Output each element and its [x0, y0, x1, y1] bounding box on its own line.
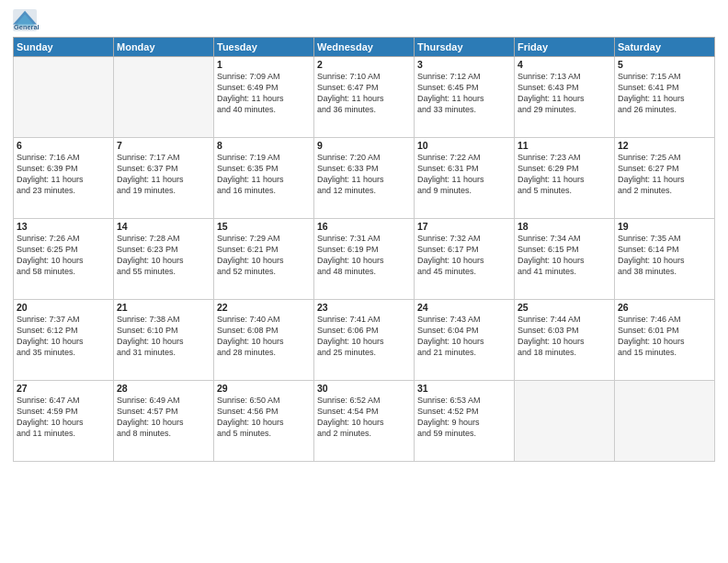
day-number: 21 — [117, 302, 210, 313]
day-number: 6 — [17, 140, 110, 151]
calendar-cell: 27Sunrise: 6:47 AM Sunset: 4:59 PM Dayli… — [14, 381, 114, 462]
day-info: Sunrise: 7:37 AM Sunset: 6:12 PM Dayligh… — [17, 314, 110, 359]
calendar-cell: 20Sunrise: 7:37 AM Sunset: 6:12 PM Dayli… — [14, 300, 114, 381]
day-info: Sunrise: 7:34 AM Sunset: 6:15 PM Dayligh… — [518, 233, 611, 278]
day-number: 1 — [217, 59, 311, 70]
day-number: 3 — [417, 59, 511, 70]
calendar-cell — [114, 57, 214, 138]
calendar-week-row: 20Sunrise: 7:37 AM Sunset: 6:12 PM Dayli… — [14, 300, 715, 381]
day-number: 25 — [518, 302, 611, 313]
calendar-cell: 7Sunrise: 7:17 AM Sunset: 6:37 PM Daylig… — [114, 138, 214, 219]
calendar-header-row: SundayMondayTuesdayWednesdayThursdayFrid… — [14, 38, 715, 57]
day-number: 11 — [518, 140, 611, 151]
calendar-week-row: 13Sunrise: 7:26 AM Sunset: 6:25 PM Dayli… — [14, 219, 715, 300]
day-info: Sunrise: 7:31 AM Sunset: 6:19 PM Dayligh… — [317, 233, 411, 278]
day-number: 2 — [317, 59, 411, 70]
calendar-cell: 1Sunrise: 7:09 AM Sunset: 6:49 PM Daylig… — [214, 57, 314, 138]
calendar-cell: 3Sunrise: 7:12 AM Sunset: 6:45 PM Daylig… — [415, 57, 515, 138]
weekday-header-sunday: Sunday — [14, 38, 114, 57]
day-info: Sunrise: 7:43 AM Sunset: 6:04 PM Dayligh… — [417, 314, 511, 359]
calendar-cell: 12Sunrise: 7:25 AM Sunset: 6:27 PM Dayli… — [615, 138, 715, 219]
header: General — [13, 9, 715, 31]
day-number: 24 — [417, 302, 511, 313]
weekday-header-friday: Friday — [515, 38, 615, 57]
calendar-week-row: 1Sunrise: 7:09 AM Sunset: 6:49 PM Daylig… — [14, 57, 715, 138]
calendar-cell: 28Sunrise: 6:49 AM Sunset: 4:57 PM Dayli… — [114, 381, 214, 462]
day-number: 20 — [17, 302, 110, 313]
weekday-header-monday: Monday — [114, 38, 214, 57]
logo-icon: General — [13, 9, 39, 31]
calendar-cell: 25Sunrise: 7:44 AM Sunset: 6:03 PM Dayli… — [515, 300, 615, 381]
day-number: 23 — [317, 302, 411, 313]
day-number: 19 — [618, 221, 711, 232]
day-info: Sunrise: 7:20 AM Sunset: 6:33 PM Dayligh… — [317, 152, 411, 197]
calendar-cell: 17Sunrise: 7:32 AM Sunset: 6:17 PM Dayli… — [415, 219, 515, 300]
day-info: Sunrise: 7:32 AM Sunset: 6:17 PM Dayligh… — [417, 233, 511, 278]
page: General SundayMondayTuesdayWednesdayThur… — [0, 0, 728, 563]
day-number: 16 — [317, 221, 411, 232]
day-info: Sunrise: 7:35 AM Sunset: 6:14 PM Dayligh… — [618, 233, 711, 278]
weekday-header-tuesday: Tuesday — [214, 38, 314, 57]
day-info: Sunrise: 7:25 AM Sunset: 6:27 PM Dayligh… — [618, 152, 711, 197]
day-info: Sunrise: 7:26 AM Sunset: 6:25 PM Dayligh… — [17, 233, 110, 278]
day-number: 28 — [117, 383, 210, 394]
calendar-table: SundayMondayTuesdayWednesdayThursdayFrid… — [13, 37, 715, 462]
calendar-cell: 24Sunrise: 7:43 AM Sunset: 6:04 PM Dayli… — [415, 300, 515, 381]
day-number: 17 — [417, 221, 511, 232]
day-number: 10 — [417, 140, 511, 151]
calendar-week-row: 6Sunrise: 7:16 AM Sunset: 6:39 PM Daylig… — [14, 138, 715, 219]
day-info: Sunrise: 7:22 AM Sunset: 6:31 PM Dayligh… — [417, 152, 511, 197]
day-info: Sunrise: 7:13 AM Sunset: 6:43 PM Dayligh… — [518, 71, 611, 116]
day-number: 31 — [417, 383, 511, 394]
calendar-cell — [515, 381, 615, 462]
calendar-cell: 22Sunrise: 7:40 AM Sunset: 6:08 PM Dayli… — [214, 300, 314, 381]
day-info: Sunrise: 6:47 AM Sunset: 4:59 PM Dayligh… — [17, 395, 110, 440]
day-info: Sunrise: 7:40 AM Sunset: 6:08 PM Dayligh… — [217, 314, 311, 359]
calendar-cell: 6Sunrise: 7:16 AM Sunset: 6:39 PM Daylig… — [14, 138, 114, 219]
calendar-cell: 9Sunrise: 7:20 AM Sunset: 6:33 PM Daylig… — [314, 138, 415, 219]
calendar-cell: 23Sunrise: 7:41 AM Sunset: 6:06 PM Dayli… — [314, 300, 415, 381]
calendar-cell: 19Sunrise: 7:35 AM Sunset: 6:14 PM Dayli… — [615, 219, 715, 300]
weekday-header-wednesday: Wednesday — [314, 38, 415, 57]
calendar-cell: 5Sunrise: 7:15 AM Sunset: 6:41 PM Daylig… — [615, 57, 715, 138]
day-number: 9 — [317, 140, 411, 151]
day-info: Sunrise: 7:12 AM Sunset: 6:45 PM Dayligh… — [417, 71, 511, 116]
calendar-cell: 14Sunrise: 7:28 AM Sunset: 6:23 PM Dayli… — [114, 219, 214, 300]
calendar-cell — [615, 381, 715, 462]
day-info: Sunrise: 7:15 AM Sunset: 6:41 PM Dayligh… — [618, 71, 711, 116]
logo: General — [13, 9, 42, 31]
calendar-cell: 8Sunrise: 7:19 AM Sunset: 6:35 PM Daylig… — [214, 138, 314, 219]
day-info: Sunrise: 6:52 AM Sunset: 4:54 PM Dayligh… — [317, 395, 411, 440]
day-info: Sunrise: 7:44 AM Sunset: 6:03 PM Dayligh… — [518, 314, 611, 359]
calendar-cell: 13Sunrise: 7:26 AM Sunset: 6:25 PM Dayli… — [14, 219, 114, 300]
day-number: 15 — [217, 221, 311, 232]
calendar-cell: 21Sunrise: 7:38 AM Sunset: 6:10 PM Dayli… — [114, 300, 214, 381]
day-info: Sunrise: 7:23 AM Sunset: 6:29 PM Dayligh… — [518, 152, 611, 197]
calendar-cell: 15Sunrise: 7:29 AM Sunset: 6:21 PM Dayli… — [214, 219, 314, 300]
day-number: 5 — [618, 59, 711, 70]
calendar-cell: 30Sunrise: 6:52 AM Sunset: 4:54 PM Dayli… — [314, 381, 415, 462]
day-number: 29 — [217, 383, 311, 394]
day-info: Sunrise: 7:38 AM Sunset: 6:10 PM Dayligh… — [117, 314, 210, 359]
calendar-cell: 29Sunrise: 6:50 AM Sunset: 4:56 PM Dayli… — [214, 381, 314, 462]
calendar-week-row: 27Sunrise: 6:47 AM Sunset: 4:59 PM Dayli… — [14, 381, 715, 462]
day-info: Sunrise: 6:49 AM Sunset: 4:57 PM Dayligh… — [117, 395, 210, 440]
day-info: Sunrise: 7:09 AM Sunset: 6:49 PM Dayligh… — [217, 71, 311, 116]
day-number: 26 — [618, 302, 711, 313]
day-number: 8 — [217, 140, 311, 151]
calendar-cell: 31Sunrise: 6:53 AM Sunset: 4:52 PM Dayli… — [415, 381, 515, 462]
svg-text:General: General — [14, 23, 39, 31]
day-info: Sunrise: 7:46 AM Sunset: 6:01 PM Dayligh… — [618, 314, 711, 359]
day-info: Sunrise: 6:50 AM Sunset: 4:56 PM Dayligh… — [217, 395, 311, 440]
day-number: 30 — [317, 383, 411, 394]
calendar-cell: 16Sunrise: 7:31 AM Sunset: 6:19 PM Dayli… — [314, 219, 415, 300]
day-number: 7 — [117, 140, 210, 151]
calendar-cell: 11Sunrise: 7:23 AM Sunset: 6:29 PM Dayli… — [515, 138, 615, 219]
day-info: Sunrise: 7:10 AM Sunset: 6:47 PM Dayligh… — [317, 71, 411, 116]
calendar-cell: 26Sunrise: 7:46 AM Sunset: 6:01 PM Dayli… — [615, 300, 715, 381]
day-info: Sunrise: 7:29 AM Sunset: 6:21 PM Dayligh… — [217, 233, 311, 278]
day-info: Sunrise: 7:28 AM Sunset: 6:23 PM Dayligh… — [117, 233, 210, 278]
calendar-cell — [14, 57, 114, 138]
calendar-cell: 2Sunrise: 7:10 AM Sunset: 6:47 PM Daylig… — [314, 57, 415, 138]
calendar-cell: 10Sunrise: 7:22 AM Sunset: 6:31 PM Dayli… — [415, 138, 515, 219]
